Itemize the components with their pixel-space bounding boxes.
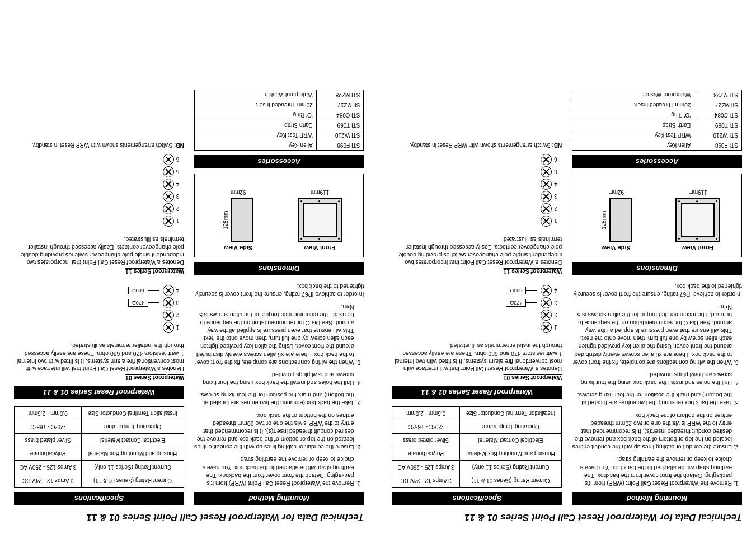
front-view-label: Front View [304, 245, 336, 251]
table-row: STI W210WRP Test Key [194, 130, 364, 140]
mounting-footer: In order to achieve IP67 rating, ensure … [194, 283, 364, 298]
table-row: STI F098Allen Key [572, 140, 742, 151]
nb-note: NB: Switch arrangements shown with WRP R… [14, 142, 184, 148]
side-depth: 128mm [601, 210, 607, 229]
nb-text: Switch arrangements shown with WRP Reset… [410, 142, 552, 148]
wrs-header: Waterproof Reset Series 01 & 11 [14, 386, 184, 399]
right-column: Specifications Current Rating (Series 01… [14, 90, 184, 505]
resistor-label: 470Ω [506, 299, 527, 307]
table-row: STI MZ28Waterproof Washer [572, 90, 742, 100]
accessories-header: Accessories [194, 155, 364, 168]
mounting-footer: In order to achieve IP67 rating, ensure … [572, 283, 742, 298]
table-row: Electrical Contact MaterialSilver plated… [15, 434, 184, 447]
resistor-label: 680Ω [128, 287, 148, 294]
table-row: Current Rating (Series 11 only)3 Amps 12… [15, 461, 184, 474]
series-11-diagram: 1 2 3 4 5 6 [392, 154, 562, 227]
specs-table: Current Rating (Series 01 & 11)3 Amps 12… [392, 406, 562, 488]
left-column: Mounting Method Remove the Waterproof Re… [572, 90, 742, 505]
series-01-title: Waterproof Series 01 [392, 373, 562, 381]
accessories-table: STI F098Allen Key STI W210WRP Test Key S… [572, 90, 742, 151]
mounting-steps: Remove the Waterproof Reset Call Point (… [194, 283, 364, 488]
wrs-header: Waterproof Reset Series 01 & 11 [392, 386, 562, 399]
series-11-diagram: 1 2 3 4 5 6 [14, 154, 184, 227]
table-row: Current Rating (Series 11 only)3 Amps 12… [392, 461, 562, 474]
side-view-box [609, 198, 632, 242]
mounting-step: When the wiring connections are complete… [572, 303, 732, 366]
nb-label: NB: [552, 142, 562, 148]
mounting-step: Ensure the conduit or cabling lines up w… [572, 411, 732, 451]
series-11-text: Denotes a Waterproof Reset Call Point th… [14, 236, 184, 266]
series-01-text: Denotes a Waterproof Reset Call Point th… [392, 342, 562, 373]
table-row: Current Rating (Series 01 & 11)3 Amps 12… [15, 474, 184, 488]
table-row: SII MZ2720mm Threaded Insert [572, 100, 742, 110]
table-row: Operating Temperature-20°C - +65°C [392, 420, 562, 434]
page-left: Technical Data for Waterproof Reset Call… [378, 0, 757, 534]
mounting-steps: Remove the Waterproof Reset Call Point (… [572, 283, 742, 488]
page-title: Technical Data for Waterproof Reset Call… [14, 512, 364, 523]
front-view-box [675, 198, 720, 242]
page-title: Technical Data for Waterproof Reset Call… [392, 512, 743, 523]
table-row: STI T069Earth Strap [194, 120, 364, 130]
mounting-step: Take the back box (ensuring the two entr… [572, 391, 732, 407]
dimensions-header: Dimensions [194, 262, 364, 275]
side-height: 92mm [608, 189, 624, 195]
series-11-title: Waterproof Series 11 [392, 267, 562, 275]
table-row: STI T069Earth Strap [572, 120, 742, 130]
mounting-step: When the wiring connections are complete… [194, 303, 354, 366]
mounting-step: Remove the Waterproof Reset Call Point (… [572, 456, 732, 488]
mounting-step: Remove the Waterproof Reset Call Point (… [194, 456, 354, 488]
series-11-text: Denotes a Waterproof Reset Call Point th… [392, 236, 562, 266]
table-row: Installation Terminal Conductor Size0.5m… [392, 407, 562, 420]
side-view-box [231, 198, 253, 242]
mounting-header: Mounting Method [572, 492, 742, 505]
series-01-diagram: 1 2 3470Ω 4680Ω [392, 285, 562, 333]
table-row: Housing and Mounting Box MaterialPolycar… [392, 447, 562, 461]
mounting-header: Mounting Method [194, 492, 364, 505]
series-11-title: Waterproof Series 11 [14, 267, 184, 275]
table-row: Current Rating (Series 01 & 11)3 Amps 12… [392, 474, 562, 488]
table-row: Operating Temperature-20°C - +65°C [15, 420, 184, 434]
page-right: Technical Data for Waterproof Reset Call… [0, 0, 378, 534]
accessories-table: STI F098Allen Key STI W210WRP Test Key S… [194, 90, 364, 151]
left-column: Mounting Method Remove the Waterproof Re… [194, 90, 364, 505]
table-row: STI MZ28Waterproof Washer [194, 90, 364, 100]
series-01-text: Denotes a Waterproof Reset Call Point th… [14, 342, 184, 373]
series-11-block: Waterproof Series 11 Denotes a Waterproo… [392, 236, 562, 275]
series-01-block: Waterproof Series 01 Denotes a Waterproo… [392, 342, 562, 381]
resistor-label: 470Ω [128, 299, 148, 307]
table-row: STI F098Allen Key [194, 140, 364, 151]
mounting-step: Drill the holes and install the back box… [194, 371, 354, 387]
mounting-step: Take the back box (ensuring the two entr… [194, 391, 354, 407]
specs-header: Specifications [14, 492, 184, 505]
table-row: STI C084'O' Ring [194, 110, 364, 120]
mounting-step: Drill the holes and install the back box… [572, 371, 732, 387]
side-height: 92mm [231, 189, 246, 195]
mounting-step: Ensure the conduit or cabling lines up w… [194, 411, 354, 451]
accessories-header: Accessories [572, 155, 742, 168]
specs-header: Specifications [392, 492, 562, 505]
table-row: SII MZ2720mm Threaded Insert [194, 100, 364, 110]
series-01-diagram: 1 2 3470Ω 4680Ω [14, 285, 184, 333]
side-view-label: Side View [224, 245, 252, 251]
nb-text: Switch arrangements shown with WRP Reset… [32, 142, 174, 148]
series-11-block: Waterproof Series 11 Denotes a Waterproo… [14, 236, 184, 275]
table-row: Installation Terminal Conductor Size0.5m… [15, 407, 184, 420]
front-width: 119mm [311, 189, 329, 195]
front-view-box [298, 198, 342, 242]
dimensions-diagram: Front View 119mm Side View 128mm 92mm [572, 174, 742, 257]
right-column: Specifications Current Rating (Series 01… [392, 90, 562, 505]
series-01-title: Waterproof Series 01 [14, 373, 184, 381]
dimensions-diagram: Front View 119mm Side View 128mm 92mm [194, 174, 364, 257]
front-width: 119mm [688, 189, 707, 195]
table-row: Electrical Contact MaterialSilver plated… [392, 434, 562, 447]
resistor-label: 680Ω [506, 287, 527, 294]
side-depth: 128mm [223, 210, 229, 229]
nb-note: NB: Switch arrangements shown with WRP R… [392, 142, 562, 148]
specs-table: Current Rating (Series 01 & 11)3 Amps 12… [14, 406, 184, 488]
table-row: STI W210WRP Test Key [572, 130, 742, 140]
dimensions-header: Dimensions [572, 262, 742, 275]
series-01-block: Waterproof Series 01 Denotes a Waterproo… [14, 342, 184, 381]
nb-label: NB: [174, 142, 184, 148]
table-row: Housing and Mounting Box MaterialPolycar… [15, 447, 184, 461]
front-view-label: Front View [682, 245, 713, 251]
